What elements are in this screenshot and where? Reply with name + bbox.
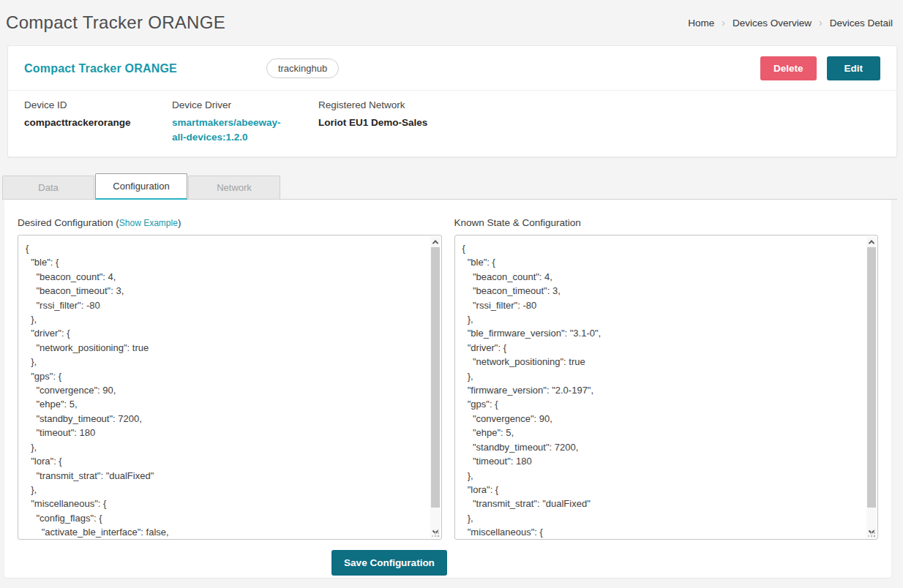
known-state-label: Known State & Configuration: [454, 217, 879, 228]
show-example-link[interactable]: Show Example: [119, 218, 178, 228]
tabs-section: Data Configuration Network Desired Confi…: [2, 173, 897, 578]
tab-data[interactable]: Data: [2, 176, 94, 199]
desired-configuration-editor[interactable]: { "ble": { "beacon_count": 4, "beacon_ti…: [18, 235, 442, 540]
device-id-label: Device ID: [24, 99, 172, 110]
chevron-up-icon: [432, 240, 438, 246]
known-state-viewer[interactable]: { "ble": { "beacon_count": 4, "beacon_ti…: [454, 235, 879, 540]
desired-configuration-json[interactable]: { "ble": { "beacon_count": 4, "beacon_ti…: [18, 235, 430, 539]
breadcrumb-devices-detail: Devices Detail: [830, 18, 893, 29]
breadcrumb: Home › Devices Overview › Devices Detail: [688, 17, 893, 29]
device-name: Compact Tracker ORANGE: [24, 62, 177, 75]
tab-network[interactable]: Network: [188, 176, 280, 199]
save-row: Save Configuration: [0, 550, 820, 576]
resize-grip-icon[interactable]: [438, 535, 439, 537]
device-id-field: Device ID compacttrackerorange: [24, 99, 172, 145]
desired-configuration-label-close: ): [178, 217, 181, 228]
known-state-scrollbar[interactable]: [866, 236, 877, 538]
breadcrumb-separator-icon: ›: [722, 17, 725, 29]
registered-network-label: Registered Network: [318, 99, 466, 110]
chevron-down-icon: [432, 527, 438, 533]
device-card-header: Compact Tracker ORANGE trackinghub Delet…: [8, 46, 896, 90]
known-state-json[interactable]: { "ble": { "beacon_count": 4, "beacon_ti…: [455, 235, 867, 539]
device-card: Compact Tracker ORANGE trackinghub Delet…: [7, 45, 897, 157]
resize-grip-icon[interactable]: [874, 535, 875, 537]
breadcrumb-separator-icon: ›: [819, 17, 823, 29]
known-state-column: Known State & Configuration { "ble": { "…: [454, 217, 879, 540]
configuration-columns: Desired Configuration (Show Example) { "…: [18, 217, 878, 540]
device-driver-link[interactable]: smartmakers/abeeway-all-devices:1.2.0: [172, 116, 295, 145]
configuration-panel: Desired Configuration (Show Example) { "…: [4, 200, 891, 578]
scroll-up-button[interactable]: [866, 236, 877, 247]
top-header: Compact Tracker ORANGE Home › Devices Ov…: [0, 0, 903, 45]
desired-configuration-column: Desired Configuration (Show Example) { "…: [18, 217, 442, 540]
device-driver-field: Device Driver smartmakers/abeeway-all-de…: [172, 99, 318, 145]
device-actions: Delete Edit: [760, 56, 880, 80]
device-info-row: Device ID compacttrackerorange Device Dr…: [8, 91, 896, 145]
scrollbar-thumb[interactable]: [431, 247, 440, 508]
registered-network-value: Loriot EU1 Demo-Sales: [318, 116, 466, 130]
delete-button[interactable]: Delete: [760, 56, 817, 80]
chevron-down-icon: [869, 527, 874, 533]
desired-configuration-label-text: Desired Configuration (: [18, 217, 119, 228]
scroll-up-button[interactable]: [430, 236, 441, 247]
chevron-up-icon: [869, 240, 874, 246]
device-tag-badge: trackinghub: [266, 59, 339, 78]
tab-bar: Data Configuration Network: [2, 173, 897, 200]
device-id-value: compacttrackerorange: [24, 116, 172, 130]
breadcrumb-devices-overview[interactable]: Devices Overview: [732, 18, 812, 29]
desired-configuration-label: Desired Configuration (Show Example): [18, 217, 442, 228]
scrollbar-thumb[interactable]: [867, 247, 876, 508]
tab-configuration[interactable]: Configuration: [95, 173, 187, 200]
edit-button[interactable]: Edit: [827, 56, 881, 80]
desired-scrollbar[interactable]: [430, 236, 441, 538]
breadcrumb-home[interactable]: Home: [688, 18, 714, 29]
device-driver-label: Device Driver: [172, 99, 318, 110]
registered-network-field: Registered Network Loriot EU1 Demo-Sales: [318, 99, 466, 145]
page-title: Compact Tracker ORANGE: [6, 12, 225, 33]
save-configuration-button[interactable]: Save Configuration: [331, 550, 447, 576]
